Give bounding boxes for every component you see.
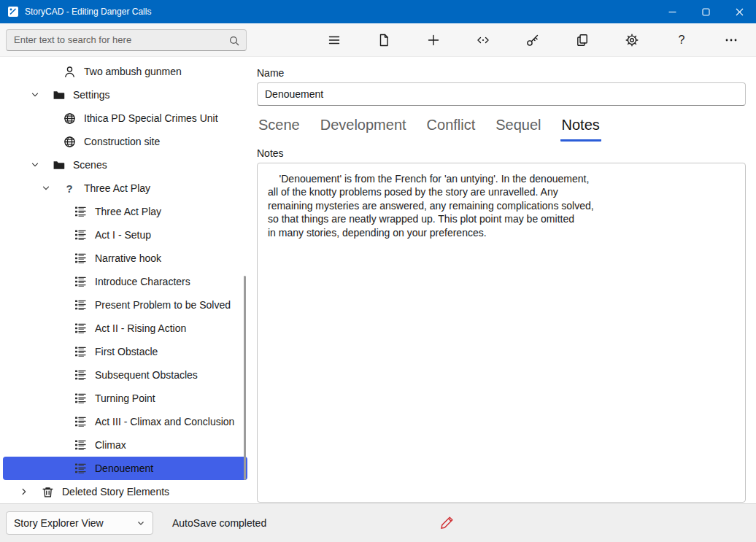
globe-icon xyxy=(62,136,77,148)
tree-item-label: Narrative hook xyxy=(95,252,161,264)
tree-item-label: Settings xyxy=(73,89,110,101)
scene-icon xyxy=(73,322,88,334)
more-icon[interactable] xyxy=(717,27,746,53)
tree-item[interactable]: Narrative hook xyxy=(3,247,247,270)
add-icon[interactable] xyxy=(419,27,448,53)
app-window: StoryCAD - Editing Danger Calls ? Two am… xyxy=(0,0,756,542)
key-icon[interactable] xyxy=(518,27,547,53)
scene-icon xyxy=(73,439,88,451)
tree-item-label: Three Act Play xyxy=(95,206,161,217)
tree-item-label: Present Problem to be Solved xyxy=(95,299,231,311)
tree-item[interactable]: Present Problem to be Solved xyxy=(3,293,247,317)
tree-item-label: Act III - Climax and Conclusion xyxy=(95,416,234,427)
copy-icon[interactable] xyxy=(568,27,597,53)
tab-scene[interactable]: Scene xyxy=(257,115,301,142)
chevron-down-icon[interactable] xyxy=(29,90,51,99)
tab-sequel[interactable]: Sequel xyxy=(494,115,542,142)
search-box[interactable] xyxy=(6,29,247,51)
chevron-down-icon xyxy=(136,519,145,527)
tree-item-label: Ithica PD Special Crimes Unit xyxy=(84,112,218,124)
tree-item-label: Denouement xyxy=(95,462,153,474)
tree-item[interactable]: Two ambush gunmen xyxy=(3,60,247,83)
autosave-status: AutoSave completed xyxy=(172,517,266,529)
tree-item[interactable]: Introduce Characters xyxy=(3,270,247,293)
app-icon xyxy=(7,6,19,18)
tab-conflict[interactable]: Conflict xyxy=(425,115,477,142)
editor-tabs: SceneDevelopmentConflictSequelNotes xyxy=(257,115,746,142)
notes-editor[interactable]: 'Denouement' is from the French for 'an … xyxy=(257,163,746,503)
name-label: Name xyxy=(257,67,746,79)
tree-item-label: Deleted Story Elements xyxy=(62,486,169,498)
view-selector-label: Story Explorer View xyxy=(14,517,104,529)
name-input[interactable] xyxy=(257,82,746,106)
toolbar: ? xyxy=(0,23,756,57)
trash-icon xyxy=(40,486,55,498)
sidebar-scrollbar[interactable] xyxy=(244,276,246,480)
scene-icon xyxy=(73,299,88,311)
notes-label: Notes xyxy=(257,147,746,159)
window-title: StoryCAD - Editing Danger Calls xyxy=(25,7,151,17)
tree-item[interactable]: Three Act Play xyxy=(3,200,247,223)
folder-icon xyxy=(51,89,66,101)
tree-item[interactable]: Subsequent Obstacles xyxy=(3,363,247,387)
search-input[interactable] xyxy=(7,30,246,50)
edit-pencil-icon[interactable] xyxy=(439,514,455,533)
globe-icon xyxy=(62,112,77,125)
tree-item-label: Act I - Setup xyxy=(95,229,151,241)
tree-item-label: Three Act Play xyxy=(84,182,150,194)
tree-item[interactable]: Act III - Climax and Conclusion xyxy=(3,410,247,433)
tree-item-label: First Obstacle xyxy=(95,346,158,357)
tree-item[interactable]: Denouement xyxy=(3,457,247,480)
tree-item[interactable]: Ithica PD Special Crimes Unit xyxy=(3,107,247,130)
tree-item-label: Two ambush gunmen xyxy=(84,66,182,77)
scene-icon xyxy=(73,346,88,357)
titlebar: StoryCAD - Editing Danger Calls xyxy=(0,0,756,23)
tree-item-label: Construction site xyxy=(84,136,160,147)
tree-item-label: Subsequent Obstacles xyxy=(95,369,198,381)
minimize-button[interactable] xyxy=(655,0,689,23)
document-icon[interactable] xyxy=(369,27,398,53)
scene-icon xyxy=(73,229,88,241)
chevron-right-icon[interactable] xyxy=(18,487,40,496)
story-tree: Two ambush gunmenSettingsIthica PD Speci… xyxy=(0,57,250,503)
scene-icon xyxy=(73,369,88,381)
menu-icon[interactable] xyxy=(320,27,349,53)
chevron-down-icon[interactable] xyxy=(40,184,62,193)
editor-pane: Name SceneDevelopmentConflictSequelNotes… xyxy=(250,57,756,503)
tree-item[interactable]: First Obstacle xyxy=(3,340,247,363)
chevron-down-icon[interactable] xyxy=(29,160,51,169)
tree-item[interactable]: Construction site xyxy=(3,130,247,153)
tree-item[interactable]: Deleted Story Elements xyxy=(3,480,247,503)
tree-item-label: Introduce Characters xyxy=(95,276,190,287)
scene-icon xyxy=(73,252,88,264)
help-icon[interactable]: ? xyxy=(667,27,696,53)
tree-item-label: Scenes xyxy=(73,159,107,171)
question-icon: ? xyxy=(62,182,77,195)
tree-item[interactable]: Act II - Rising Action xyxy=(3,317,247,340)
maximize-button[interactable] xyxy=(689,0,722,23)
move-icon[interactable] xyxy=(468,27,498,53)
search-icon[interactable] xyxy=(228,35,240,50)
tree-item[interactable]: Settings xyxy=(3,83,247,107)
tree-item[interactable]: Climax xyxy=(3,433,247,457)
view-selector-dropdown[interactable]: Story Explorer View xyxy=(6,511,153,535)
person-icon xyxy=(62,66,77,78)
close-button[interactable] xyxy=(722,0,756,23)
tree-item-label: Climax xyxy=(95,439,126,451)
tree-item-label: Act II - Rising Action xyxy=(95,322,186,334)
gear-icon[interactable] xyxy=(617,27,647,53)
statusbar: Story Explorer View AutoSave completed xyxy=(0,503,756,542)
tree-item[interactable]: Turning Point xyxy=(3,387,247,410)
scene-icon xyxy=(73,276,88,287)
tree-item[interactable]: ?Three Act Play xyxy=(3,177,247,200)
scene-icon xyxy=(73,392,88,404)
tree-item[interactable]: Act I - Setup xyxy=(3,223,247,247)
scene-icon xyxy=(73,462,88,474)
tab-notes[interactable]: Notes xyxy=(560,115,601,142)
tree-item-label: Turning Point xyxy=(95,392,155,404)
scene-icon xyxy=(73,416,88,427)
folder-icon xyxy=(51,159,66,171)
tab-development[interactable]: Development xyxy=(319,115,408,142)
scene-icon xyxy=(73,206,88,217)
tree-item[interactable]: Scenes xyxy=(3,153,247,177)
